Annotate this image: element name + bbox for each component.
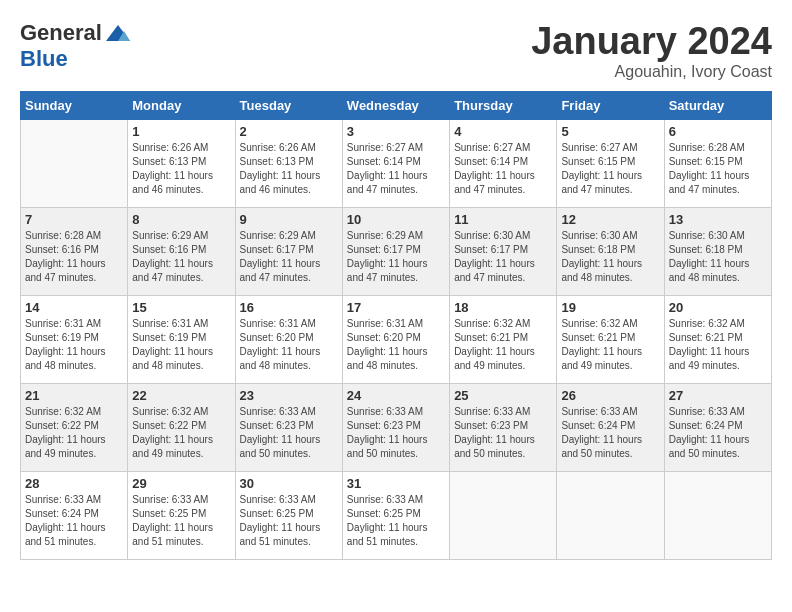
day-info: Sunrise: 6:33 AM Sunset: 6:24 PM Dayligh… bbox=[561, 405, 659, 461]
month-title: January 2024 bbox=[531, 20, 772, 63]
day-number: 25 bbox=[454, 388, 552, 403]
calendar-header-wednesday: Wednesday bbox=[342, 92, 449, 120]
calendar-cell bbox=[557, 472, 664, 560]
day-number: 1 bbox=[132, 124, 230, 139]
day-info: Sunrise: 6:29 AM Sunset: 6:16 PM Dayligh… bbox=[132, 229, 230, 285]
calendar-cell: 19Sunrise: 6:32 AM Sunset: 6:21 PM Dayli… bbox=[557, 296, 664, 384]
calendar-cell: 30Sunrise: 6:33 AM Sunset: 6:25 PM Dayli… bbox=[235, 472, 342, 560]
calendar-cell: 26Sunrise: 6:33 AM Sunset: 6:24 PM Dayli… bbox=[557, 384, 664, 472]
calendar-cell bbox=[21, 120, 128, 208]
day-info: Sunrise: 6:31 AM Sunset: 6:19 PM Dayligh… bbox=[25, 317, 123, 373]
day-info: Sunrise: 6:33 AM Sunset: 6:25 PM Dayligh… bbox=[347, 493, 445, 549]
day-info: Sunrise: 6:27 AM Sunset: 6:15 PM Dayligh… bbox=[561, 141, 659, 197]
calendar-cell: 6Sunrise: 6:28 AM Sunset: 6:15 PM Daylig… bbox=[664, 120, 771, 208]
location: Agouahin, Ivory Coast bbox=[531, 63, 772, 81]
calendar-cell: 20Sunrise: 6:32 AM Sunset: 6:21 PM Dayli… bbox=[664, 296, 771, 384]
page-header: General Blue January 2024 Agouahin, Ivor… bbox=[20, 20, 772, 81]
calendar-cell: 24Sunrise: 6:33 AM Sunset: 6:23 PM Dayli… bbox=[342, 384, 449, 472]
calendar-cell: 14Sunrise: 6:31 AM Sunset: 6:19 PM Dayli… bbox=[21, 296, 128, 384]
day-info: Sunrise: 6:29 AM Sunset: 6:17 PM Dayligh… bbox=[240, 229, 338, 285]
calendar-week-row: 28Sunrise: 6:33 AM Sunset: 6:24 PM Dayli… bbox=[21, 472, 772, 560]
day-number: 9 bbox=[240, 212, 338, 227]
calendar-cell: 17Sunrise: 6:31 AM Sunset: 6:20 PM Dayli… bbox=[342, 296, 449, 384]
day-number: 13 bbox=[669, 212, 767, 227]
day-number: 17 bbox=[347, 300, 445, 315]
logo-general-text: General bbox=[20, 20, 102, 46]
calendar-cell: 10Sunrise: 6:29 AM Sunset: 6:17 PM Dayli… bbox=[342, 208, 449, 296]
calendar-cell: 23Sunrise: 6:33 AM Sunset: 6:23 PM Dayli… bbox=[235, 384, 342, 472]
day-info: Sunrise: 6:31 AM Sunset: 6:20 PM Dayligh… bbox=[240, 317, 338, 373]
day-info: Sunrise: 6:33 AM Sunset: 6:24 PM Dayligh… bbox=[669, 405, 767, 461]
calendar-cell: 11Sunrise: 6:30 AM Sunset: 6:17 PM Dayli… bbox=[450, 208, 557, 296]
calendar-cell: 12Sunrise: 6:30 AM Sunset: 6:18 PM Dayli… bbox=[557, 208, 664, 296]
calendar-cell: 21Sunrise: 6:32 AM Sunset: 6:22 PM Dayli… bbox=[21, 384, 128, 472]
day-info: Sunrise: 6:32 AM Sunset: 6:22 PM Dayligh… bbox=[132, 405, 230, 461]
calendar-cell: 4Sunrise: 6:27 AM Sunset: 6:14 PM Daylig… bbox=[450, 120, 557, 208]
calendar-header-saturday: Saturday bbox=[664, 92, 771, 120]
calendar-cell: 27Sunrise: 6:33 AM Sunset: 6:24 PM Dayli… bbox=[664, 384, 771, 472]
calendar-header-monday: Monday bbox=[128, 92, 235, 120]
logo-icon bbox=[104, 23, 132, 43]
day-info: Sunrise: 6:32 AM Sunset: 6:21 PM Dayligh… bbox=[454, 317, 552, 373]
day-number: 26 bbox=[561, 388, 659, 403]
day-info: Sunrise: 6:33 AM Sunset: 6:25 PM Dayligh… bbox=[132, 493, 230, 549]
day-number: 20 bbox=[669, 300, 767, 315]
day-number: 15 bbox=[132, 300, 230, 315]
day-number: 31 bbox=[347, 476, 445, 491]
day-number: 18 bbox=[454, 300, 552, 315]
day-number: 5 bbox=[561, 124, 659, 139]
calendar-cell: 7Sunrise: 6:28 AM Sunset: 6:16 PM Daylig… bbox=[21, 208, 128, 296]
day-number: 11 bbox=[454, 212, 552, 227]
logo-blue-text: Blue bbox=[20, 46, 68, 72]
day-info: Sunrise: 6:32 AM Sunset: 6:21 PM Dayligh… bbox=[561, 317, 659, 373]
calendar-cell: 13Sunrise: 6:30 AM Sunset: 6:18 PM Dayli… bbox=[664, 208, 771, 296]
day-info: Sunrise: 6:33 AM Sunset: 6:23 PM Dayligh… bbox=[347, 405, 445, 461]
logo: General Blue bbox=[20, 20, 132, 72]
day-info: Sunrise: 6:31 AM Sunset: 6:20 PM Dayligh… bbox=[347, 317, 445, 373]
calendar-header-sunday: Sunday bbox=[21, 92, 128, 120]
day-number: 7 bbox=[25, 212, 123, 227]
title-block: January 2024 Agouahin, Ivory Coast bbox=[531, 20, 772, 81]
day-number: 22 bbox=[132, 388, 230, 403]
calendar-cell: 25Sunrise: 6:33 AM Sunset: 6:23 PM Dayli… bbox=[450, 384, 557, 472]
day-info: Sunrise: 6:33 AM Sunset: 6:25 PM Dayligh… bbox=[240, 493, 338, 549]
day-number: 6 bbox=[669, 124, 767, 139]
day-info: Sunrise: 6:32 AM Sunset: 6:22 PM Dayligh… bbox=[25, 405, 123, 461]
day-number: 4 bbox=[454, 124, 552, 139]
calendar-cell: 1Sunrise: 6:26 AM Sunset: 6:13 PM Daylig… bbox=[128, 120, 235, 208]
calendar-header-row: SundayMondayTuesdayWednesdayThursdayFrid… bbox=[21, 92, 772, 120]
day-info: Sunrise: 6:29 AM Sunset: 6:17 PM Dayligh… bbox=[347, 229, 445, 285]
calendar-week-row: 1Sunrise: 6:26 AM Sunset: 6:13 PM Daylig… bbox=[21, 120, 772, 208]
day-number: 28 bbox=[25, 476, 123, 491]
day-number: 8 bbox=[132, 212, 230, 227]
calendar-cell bbox=[664, 472, 771, 560]
day-number: 16 bbox=[240, 300, 338, 315]
day-info: Sunrise: 6:27 AM Sunset: 6:14 PM Dayligh… bbox=[454, 141, 552, 197]
calendar-cell: 16Sunrise: 6:31 AM Sunset: 6:20 PM Dayli… bbox=[235, 296, 342, 384]
day-info: Sunrise: 6:31 AM Sunset: 6:19 PM Dayligh… bbox=[132, 317, 230, 373]
day-info: Sunrise: 6:28 AM Sunset: 6:16 PM Dayligh… bbox=[25, 229, 123, 285]
day-info: Sunrise: 6:30 AM Sunset: 6:18 PM Dayligh… bbox=[669, 229, 767, 285]
calendar-cell: 22Sunrise: 6:32 AM Sunset: 6:22 PM Dayli… bbox=[128, 384, 235, 472]
day-number: 21 bbox=[25, 388, 123, 403]
day-info: Sunrise: 6:33 AM Sunset: 6:23 PM Dayligh… bbox=[240, 405, 338, 461]
day-number: 27 bbox=[669, 388, 767, 403]
day-info: Sunrise: 6:33 AM Sunset: 6:23 PM Dayligh… bbox=[454, 405, 552, 461]
calendar-cell: 29Sunrise: 6:33 AM Sunset: 6:25 PM Dayli… bbox=[128, 472, 235, 560]
day-number: 29 bbox=[132, 476, 230, 491]
calendar-week-row: 14Sunrise: 6:31 AM Sunset: 6:19 PM Dayli… bbox=[21, 296, 772, 384]
calendar-cell: 18Sunrise: 6:32 AM Sunset: 6:21 PM Dayli… bbox=[450, 296, 557, 384]
day-number: 2 bbox=[240, 124, 338, 139]
day-info: Sunrise: 6:32 AM Sunset: 6:21 PM Dayligh… bbox=[669, 317, 767, 373]
calendar-table: SundayMondayTuesdayWednesdayThursdayFrid… bbox=[20, 91, 772, 560]
day-info: Sunrise: 6:27 AM Sunset: 6:14 PM Dayligh… bbox=[347, 141, 445, 197]
calendar-cell: 2Sunrise: 6:26 AM Sunset: 6:13 PM Daylig… bbox=[235, 120, 342, 208]
day-number: 30 bbox=[240, 476, 338, 491]
calendar-header-friday: Friday bbox=[557, 92, 664, 120]
calendar-week-row: 7Sunrise: 6:28 AM Sunset: 6:16 PM Daylig… bbox=[21, 208, 772, 296]
calendar-header-tuesday: Tuesday bbox=[235, 92, 342, 120]
calendar-cell bbox=[450, 472, 557, 560]
day-info: Sunrise: 6:30 AM Sunset: 6:18 PM Dayligh… bbox=[561, 229, 659, 285]
day-number: 19 bbox=[561, 300, 659, 315]
calendar-header-thursday: Thursday bbox=[450, 92, 557, 120]
